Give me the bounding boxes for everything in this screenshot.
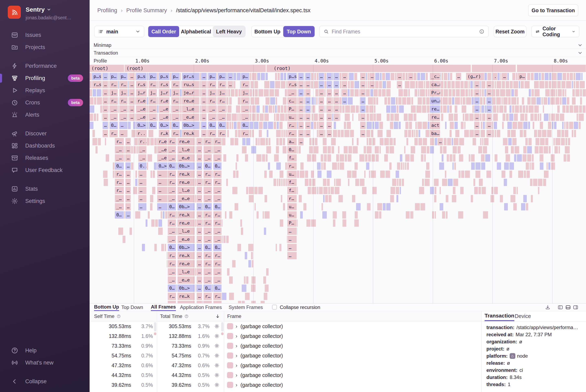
flame-cell[interactable] (448, 179, 453, 186)
flame-cell[interactable] (514, 154, 516, 162)
flame-cell[interactable] (462, 106, 466, 113)
chevron-down-icon[interactable] (577, 50, 583, 56)
flame-cell[interactable] (225, 211, 226, 218)
flame-frame[interactable]: p… (149, 73, 157, 80)
gear-icon[interactable] (214, 334, 220, 339)
flame-cell[interactable] (513, 203, 517, 210)
flame-cell[interactable] (232, 260, 236, 268)
flame-cell[interactable] (513, 187, 516, 194)
flame-frame[interactable]: … (342, 81, 347, 88)
flame-cell[interactable] (435, 211, 436, 218)
flame-cell[interactable] (561, 130, 564, 137)
flame-frame[interactable]: r… (218, 97, 226, 104)
flame-cell[interactable] (580, 89, 582, 96)
flame-cell[interactable] (232, 187, 237, 194)
flame-cell[interactable] (567, 154, 570, 162)
flame-frame[interactable]: _… (213, 236, 222, 243)
flame-cell[interactable] (451, 81, 455, 88)
flame-cell[interactable] (481, 81, 485, 88)
flame-cell[interactable] (481, 130, 485, 137)
flame-cell[interactable] (300, 170, 304, 178)
flame-frame[interactable]: … (342, 73, 347, 80)
flame-cell[interactable] (447, 106, 449, 113)
flame-cell[interactable] (566, 122, 568, 129)
flame-frame[interactable]: r…s (287, 81, 297, 88)
frame-header[interactable]: Frame (227, 311, 241, 321)
flame-cell[interactable] (348, 179, 349, 186)
flame-cell[interactable] (505, 154, 510, 162)
flame-frame[interactable]: … (125, 138, 131, 145)
flame-cell[interactable] (541, 73, 544, 80)
flame-cell[interactable] (259, 122, 263, 129)
flame-cell[interactable] (379, 81, 382, 88)
flame-cell[interactable] (276, 114, 279, 121)
flame-cell[interactable] (507, 122, 512, 129)
flame-cell[interactable] (365, 154, 367, 162)
flame-cell[interactable] (235, 203, 238, 210)
gear-icon[interactable] (214, 372, 220, 378)
flame-cell[interactable] (570, 73, 573, 80)
layout-bottom-icon[interactable] (565, 304, 571, 310)
flame-cell[interactable] (342, 220, 346, 227)
flame-cell[interactable] (274, 154, 279, 162)
flame-frame[interactable]: r… (204, 220, 212, 227)
flame-cell[interactable] (464, 81, 468, 88)
flame-cell[interactable] (515, 106, 519, 113)
flame-cell[interactable] (317, 187, 318, 194)
flame-cell[interactable] (534, 89, 539, 96)
flame-cell[interactable] (544, 114, 548, 121)
flame-cell[interactable] (366, 114, 369, 121)
flame-cell[interactable] (90, 89, 92, 96)
flame-cell[interactable] (118, 228, 123, 235)
gear-icon[interactable] (214, 324, 220, 329)
flame-frame[interactable]: _… (168, 195, 176, 202)
direction-top-down-button[interactable]: Top Down (283, 26, 315, 37)
flame-cell[interactable] (535, 138, 539, 145)
flame-cell[interactable] (514, 89, 518, 96)
flame-cell[interactable] (93, 89, 96, 96)
flame-frame[interactable]: p… (241, 73, 249, 80)
flame-cell[interactable] (97, 89, 101, 96)
flame-cell[interactable] (252, 106, 256, 113)
flame-cell[interactable] (556, 89, 557, 96)
flame-cell[interactable] (265, 106, 268, 113)
flame-cell[interactable] (434, 195, 436, 202)
flame-frame[interactable]: … (157, 203, 168, 210)
flame-cell[interactable] (430, 146, 434, 154)
flame-frame[interactable]: P… (287, 220, 297, 227)
flame-cell[interactable] (308, 187, 311, 194)
flame-cell[interactable] (468, 89, 470, 96)
collapse-recursion-checkbox[interactable] (272, 305, 277, 310)
flame-cell[interactable] (552, 81, 557, 88)
flame-cell[interactable] (98, 138, 101, 145)
flame-cell[interactable] (534, 114, 537, 121)
flame-frame[interactable]: r… (110, 130, 118, 137)
flame-frame[interactable]: … (305, 97, 311, 104)
flame-frame[interactable]: r… (168, 252, 176, 259)
flame-cell[interactable] (283, 179, 285, 186)
flame-cell[interactable] (300, 211, 303, 218)
flame-cell[interactable] (266, 138, 268, 145)
flame-cell[interactable] (514, 146, 519, 154)
flame-cell[interactable] (465, 170, 470, 178)
flame-cell[interactable] (281, 130, 283, 137)
flame-cell[interactable] (409, 122, 412, 129)
flame-cell[interactable] (562, 89, 564, 96)
flame-cell[interactable] (501, 170, 505, 178)
flame-cell[interactable] (323, 162, 326, 170)
flame-frame[interactable]: … (298, 73, 304, 80)
flame-cell[interactable] (323, 179, 326, 186)
flame-cell[interactable] (379, 211, 381, 218)
flame-frame[interactable]: … (125, 195, 131, 202)
flame-frame[interactable]: r… (218, 81, 226, 88)
flame-cell[interactable] (577, 114, 578, 121)
flame-cell[interactable] (504, 179, 507, 186)
flame-cell[interactable] (421, 73, 425, 80)
flame-frame[interactable]: … (197, 211, 202, 218)
flame-frame[interactable]: … (305, 114, 311, 121)
flame-frame[interactable]: r… (241, 81, 249, 88)
flame-frame[interactable]: … (197, 220, 202, 227)
flame-cell[interactable] (425, 170, 430, 178)
flame-cell[interactable] (500, 195, 503, 202)
flame-cell[interactable] (279, 138, 282, 145)
